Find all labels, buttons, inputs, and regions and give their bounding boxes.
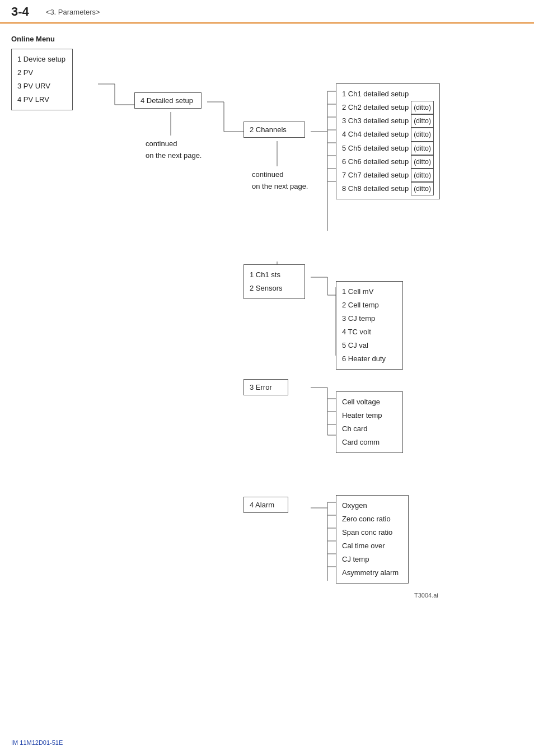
ch-detail-item-1: 1 Ch1 detailed setup [342, 87, 434, 101]
error-item-3: Ch card [342, 422, 397, 436]
sensor-item-3: 3 CJ temp [342, 312, 397, 325]
ch-detail-item-6: 6 Ch6 detailed setup (ditto) [342, 155, 434, 169]
alarm-box: 4 Alarm [243, 497, 288, 513]
error-label: 3 Error [250, 383, 282, 391]
alarm-item-4: Cal time over [342, 539, 402, 553]
online-menu-box: 1 Device setup 2 PV 3 PV URV 4 PV LRV [11, 49, 73, 110]
ch-detail-item-2: 2 Ch2 detailed setup (ditto) [342, 101, 434, 114]
alarm-item-6: Asymmetry alarm [342, 566, 402, 580]
error-box: 3 Error [243, 379, 288, 395]
page-number: 3-4 [11, 4, 29, 19]
error-items-box: Cell voltage Heater temp Ch card Card co… [336, 391, 403, 453]
detailed-continued: continued on the next page. [146, 138, 202, 162]
error-item-4: Card comm [342, 436, 397, 449]
alarm-item-1: Oxygen [342, 499, 402, 512]
ch-detail-item-5: 5 Ch5 detailed setup (ditto) [342, 142, 434, 155]
sensors-item: 2 Sensors [250, 282, 299, 295]
sensor-item-2: 2 Cell temp [342, 298, 397, 312]
sensor-item-4: 4 TC volt [342, 325, 397, 339]
menu-item-2: 2 PV [17, 66, 67, 80]
diagram-wrapper: 1 Device setup 2 PV 3 PV URV 4 PV LRV 4 … [11, 49, 504, 637]
sensor-item-6: 6 Heater duty [342, 352, 397, 366]
alarm-item-2: Zero conc ratio [342, 512, 402, 526]
error-item-1: Cell voltage [342, 395, 397, 409]
main-content: Online Menu [0, 35, 534, 637]
ch1-sts-box: 1 Ch1 sts 2 Sensors [243, 264, 305, 299]
section-title: Online Menu [11, 35, 523, 43]
ch-detail-item-8: 8 Ch8 detailed setup (ditto) [342, 182, 434, 195]
menu-item-4: 4 PV LRV [17, 93, 67, 106]
footer: IM 11M12D01-51E [11, 739, 63, 746]
ch-detail-item-7: 7 Ch7 detailed setup (ditto) [342, 169, 434, 182]
alarm-label: 4 Alarm [250, 501, 282, 509]
page-title: <3. Parameters> [46, 8, 100, 16]
channels-label: 2 Channels [250, 125, 299, 134]
alarm-items-box: Oxygen Zero conc ratio Span conc ratio C… [336, 495, 409, 584]
ch-detail-item-4: 4 Ch4 detailed setup (ditto) [342, 128, 434, 141]
error-item-2: Heater temp [342, 409, 397, 422]
alarm-item-5: CJ temp [342, 553, 402, 566]
ch-details-box: 1 Ch1 detailed setup 2 Ch2 detailed setu… [336, 83, 440, 199]
detailed-setup-box: 4 Detailed setup [134, 92, 202, 109]
page-header: 3-4 <3. Parameters> [0, 0, 534, 24]
footer-text: IM 11M12D01-51E [11, 739, 63, 746]
menu-item-1: 1 Device setup [17, 53, 67, 66]
figure-label: T3004.ai [414, 592, 438, 599]
channels-box: 2 Channels [243, 122, 305, 138]
menu-item-3: 3 PV URV [17, 80, 67, 93]
sensor-item-1: 1 Cell mV [342, 285, 397, 298]
sensor-item-5: 5 CJ val [342, 339, 397, 352]
detailed-setup-label: 4 Detailed setup [140, 96, 195, 105]
alarm-item-3: Span conc ratio [342, 526, 402, 539]
sensors-box: 1 Cell mV 2 Cell temp 3 CJ temp 4 TC vol… [336, 281, 403, 370]
ch-detail-item-3: 3 Ch3 detailed setup (ditto) [342, 114, 434, 128]
ch1-sts-item: 1 Ch1 sts [250, 268, 299, 282]
channels-continued: continued on the next page. [252, 169, 308, 193]
